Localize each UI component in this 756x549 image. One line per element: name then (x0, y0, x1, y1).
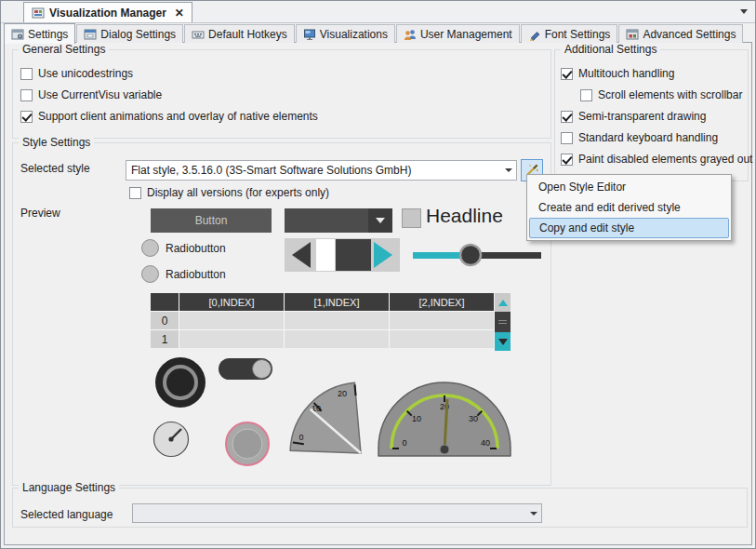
table-cell (179, 312, 284, 329)
tab-settings[interactable]: Settings (4, 23, 75, 44)
preview-label: Preview (20, 207, 60, 220)
checkbox-label[interactable]: Scroll elements with scrollbar (598, 88, 742, 101)
checkbox-box[interactable] (129, 187, 141, 199)
checkbox-label[interactable]: Use CurrentVisu variable (38, 88, 162, 101)
tab-label: Advanced Settings (643, 28, 736, 41)
additional-settings-group: Additional Settings Multitouch handling … (554, 49, 749, 181)
doc-tab-visualization-manager[interactable]: Visualization Manager ✕ (23, 2, 192, 22)
selected-language-label: Selected language (20, 508, 113, 521)
visualization-manager-window: Visualization Manager ✕ Settings Dialog … (0, 0, 756, 549)
checkbox-semi-transparent-drawing[interactable]: Semi-transparent drawing (561, 110, 706, 123)
tab-user-management[interactable]: User Management (396, 24, 520, 43)
checkbox-label[interactable]: Support client animations and overlay of… (38, 110, 318, 123)
general-settings-group: General Settings Use unicodestrings Use … (12, 49, 551, 139)
table-cell (390, 330, 494, 348)
default-hotkeys-tab-icon (192, 28, 205, 41)
table-row-header: 0 (151, 312, 179, 329)
checkbox-label[interactable]: Multitouch handling (578, 67, 674, 80)
table-row-header: 1 (151, 330, 179, 348)
preview-combobox-arrow-icon (368, 208, 392, 233)
checkbox-label[interactable]: Paint disabled elements grayed out (578, 153, 752, 166)
preview-radiobutton-1 (141, 239, 159, 257)
preview-button: Button (151, 208, 272, 233)
user-management-tab-icon (404, 28, 417, 41)
checkbox-use-currentvisu-variable[interactable]: Use CurrentVisu variable (20, 88, 162, 101)
document-tab-bar: Visualization Manager ✕ (1, 1, 755, 23)
tab-dialog-settings[interactable]: Dialog Settings (76, 24, 183, 43)
checkbox-label[interactable]: Standard keyboard handling (578, 131, 718, 144)
visualization-manager-icon (32, 7, 45, 20)
style-settings-title: Style Settings (19, 136, 94, 150)
general-settings-title: General Settings (19, 43, 109, 57)
checkbox-box[interactable] (561, 111, 573, 123)
doc-tab-title: Visualization Manager (49, 7, 166, 20)
menu-item-open-style-editor[interactable]: Open Style Editor (527, 177, 731, 197)
combobox-arrow-icon[interactable] (525, 512, 541, 516)
selected-style-label: Selected style (20, 162, 90, 175)
tab-label: Font Settings (545, 28, 611, 41)
checkbox-multitouch-handling[interactable]: Multitouch handling (561, 67, 674, 80)
gauge-tick-label: 20 (338, 389, 347, 398)
table-cell (390, 312, 494, 329)
menu-item-create-and-edit-derived-style[interactable]: Create and edit derived style (527, 197, 731, 218)
preview-radiobutton-2 (141, 265, 159, 283)
checkbox-box[interactable] (20, 68, 33, 80)
checkbox-label[interactable]: Display all versions (for experts only) (147, 186, 329, 199)
checkbox-label[interactable]: Semi-transparent drawing (578, 110, 706, 123)
scrollbar-up-icon (495, 293, 511, 312)
checkbox-use-unicodestrings[interactable]: Use unicodestrings (20, 67, 133, 80)
preview-headline: Headline (426, 205, 503, 227)
preview-table-scrollbar (495, 293, 511, 351)
checkbox-box[interactable] (20, 111, 33, 123)
tab-default-hotkeys[interactable]: Default Hotkeys (184, 24, 295, 43)
menu-item-copy-and-edit-style[interactable]: Copy and edit style (529, 218, 729, 238)
tab-label: User Management (420, 28, 512, 41)
tab-list-chevron-icon[interactable] (740, 9, 748, 14)
dialog-settings-tab-icon (84, 28, 97, 41)
settings-tab-icon (11, 28, 24, 41)
gauge-tick-label: 0 (402, 438, 406, 448)
gauge-tick-label: 0 (298, 433, 303, 442)
selected-style-combobox[interactable]: Flat style, 3.5.16.0 (3S-Smart Software … (126, 160, 517, 181)
checkbox-box[interactable] (561, 132, 573, 144)
tab-label: Settings (28, 28, 68, 41)
tab-label: Default Hotkeys (208, 28, 287, 41)
checkbox-paint-disabled-elements[interactable]: Paint disabled elements grayed out (561, 153, 752, 166)
table-header-cell: [2,INDEX] (390, 293, 494, 311)
visualizations-tab-icon (303, 28, 316, 41)
style-context-menu: Open Style Editor Create and edit derive… (526, 174, 732, 241)
tab-advanced-settings[interactable]: Advanced Settings (618, 24, 743, 43)
close-icon[interactable]: ✕ (175, 7, 184, 20)
preview-dial-gauge: 0 10 20 30 40 (374, 376, 515, 458)
tab-font-settings[interactable]: Font Settings (521, 24, 618, 43)
checkbox-box[interactable] (580, 89, 592, 101)
checkbox-scroll-elements-with-scrollbar[interactable]: Scroll elements with scrollbar (580, 88, 742, 101)
table-header-cell (151, 293, 179, 311)
table-cell (285, 312, 389, 329)
preview-image-placeholder (402, 208, 421, 228)
preview-button-label: Button (195, 214, 228, 227)
tab-visualizations[interactable]: Visualizations (296, 24, 395, 43)
gauge-tick-label: 10 (412, 414, 421, 423)
checkbox-box[interactable] (561, 68, 573, 80)
gauge-tick-label: 40 (481, 438, 490, 448)
preview-spin-control (285, 238, 400, 272)
preview-radiobutton-1-label: Radiobutton (166, 242, 226, 255)
checkbox-standard-keyboard-handling[interactable]: Standard keyboard handling (561, 131, 718, 144)
selected-language-combobox[interactable] (132, 503, 542, 523)
checkbox-box[interactable] (20, 89, 33, 101)
checkbox-support-client-animations[interactable]: Support client animations and overlay of… (20, 110, 318, 123)
combobox-arrow-icon[interactable] (500, 168, 516, 172)
table-header-cell: [0,INDEX] (179, 293, 284, 311)
preview-combobox (285, 208, 392, 233)
preview-slider (413, 242, 541, 268)
checkbox-label[interactable]: Use unicodestrings (38, 67, 133, 80)
preview-power-knob (154, 356, 206, 408)
preview-radiobutton-2-label: Radiobutton (166, 268, 226, 281)
table-cell (179, 330, 284, 348)
style-settings-group: Style Settings Selected style Flat style… (12, 142, 551, 486)
tab-label: Visualizations (320, 28, 388, 41)
checkbox-display-all-versions[interactable]: Display all versions (for experts only) (129, 186, 329, 199)
advanced-settings-tab-icon (626, 28, 639, 41)
checkbox-box[interactable] (561, 154, 573, 166)
